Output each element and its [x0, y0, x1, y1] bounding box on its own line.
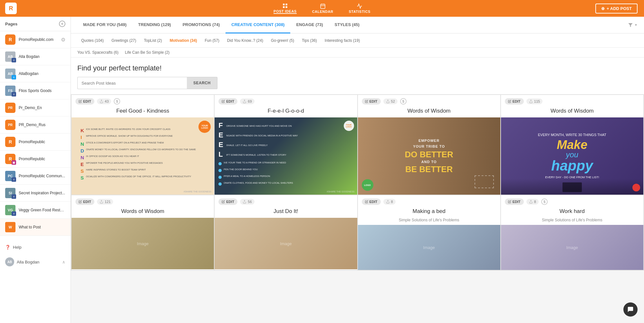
sidebar-item-promorepublic-promo[interactable]: R PromoRepublic	[0, 134, 71, 151]
tab-did-you-know[interactable]: Did You Know..? (24)	[223, 33, 267, 48]
sidebar: Pages + R PromoRepublic.com ⚙ AB f Alla …	[0, 17, 71, 323]
share-count: 8	[383, 199, 396, 205]
card-image[interactable]: EVERY MONTH, WRITE 30 THINGS THAT Make y…	[501, 117, 643, 195]
card-header: EDIT 56	[215, 195, 357, 207]
tab-trending[interactable]: TRENDING (129)	[132, 17, 177, 33]
tab-tips[interactable]: Tips (36)	[298, 33, 321, 48]
card-title: Making a bed	[358, 207, 500, 218]
filter-button[interactable]: ▼	[628, 23, 638, 28]
twitter-badge: t	[12, 75, 16, 79]
sidebar-item-name: PromoRepublic	[19, 157, 65, 161]
card-just-do-it: EDIT 56 Just Do It! Image	[215, 195, 357, 270]
nav-calendar[interactable]: CALENDAR	[312, 3, 333, 14]
tab-promotions[interactable]: PROMOTIONS (74)	[177, 17, 226, 33]
tab-fun[interactable]: Fun (57)	[201, 33, 223, 48]
card-words-wisdom-2: EDIT 115 Words of Wisdom EVERY MONTH, WR…	[501, 95, 643, 195]
edit-button[interactable]: EDIT	[505, 98, 524, 105]
settings-icon[interactable]: ⚙	[61, 37, 65, 43]
card-feel-good: EDIT 69 F-e-e-l G-o-o-d YOUR LOGO F ORGI…	[215, 95, 357, 195]
sidebar-item-name: Flios Sports Goods	[19, 88, 65, 93]
app-logo[interactable]: R	[5, 3, 17, 14]
card-image[interactable]: Image	[501, 225, 643, 270]
card-image[interactable]: Image	[215, 218, 357, 269]
sub-filter-vs-spacecrafts[interactable]: You VS. Spacecrafts (6)	[77, 50, 119, 55]
nav-statistics[interactable]: STATISTICS	[349, 3, 370, 14]
card-making-a-bed: EDIT 8 Making a bed Simple Solutions of …	[358, 195, 500, 270]
edit-button[interactable]: EDIT	[362, 98, 381, 105]
card-feel-good-kindness: EDIT 43 $ Feel Good - Kindness YOUR LOGO…	[72, 95, 214, 195]
sidebar-item-what-to-post[interactable]: W What to Post	[0, 219, 71, 236]
search-button[interactable]: SEARCH	[187, 77, 217, 89]
edit-button[interactable]: EDIT	[75, 198, 94, 205]
tab-styles[interactable]: STYLES (45)	[329, 17, 365, 33]
svg-rect-3	[285, 6, 287, 8]
tab-engage[interactable]: ENGAGE (73)	[290, 17, 329, 33]
edit-button[interactable]: EDIT	[362, 198, 381, 205]
sidebar-item-promorepublic-com[interactable]: R PromoRepublic.com ⚙	[0, 31, 71, 48]
tab-toplist[interactable]: TopList (2)	[140, 33, 166, 48]
card-header: EDIT 8 $	[501, 195, 643, 207]
help-item[interactable]: ❓ Help	[0, 241, 71, 254]
find-template-heading: Find your perfect template!	[77, 64, 638, 72]
sub-filters: You VS. Spacecrafts (6) Life Can Be So S…	[71, 48, 644, 58]
tab-motivation[interactable]: Motivation (34)	[166, 33, 201, 48]
card-image[interactable]: YOUR LOGO K ICK SOME BUTT. INVITE CO-WOR…	[72, 117, 214, 195]
user-item[interactable]: AB Alla Bogdan ∧	[0, 254, 71, 270]
card-header: EDIT 52 $	[358, 95, 500, 106]
tab-greetings[interactable]: Greetings (27)	[108, 33, 140, 48]
placeholder-box	[475, 175, 494, 188]
sidebar-item-name: Veggy Green Food Resta...	[19, 208, 65, 212]
card-image[interactable]: Image	[358, 225, 500, 270]
purple-top-text: EVERY MONTH, WRITE 30 THINGS THAT	[538, 133, 606, 137]
tab-go-green[interactable]: Go-green! (5)	[267, 33, 298, 48]
sidebar-item-allabogdan-tw[interactable]: AB t AllaBogdan	[0, 65, 71, 82]
card-work-hard: EDIT 8 $ Work hard Simple Solutions of L…	[501, 195, 643, 270]
sidebar-item-name: PR_Demo_Rus	[19, 123, 65, 127]
sidebar-item-pr-demo-rus[interactable]: PR PR_Demo_Rus	[0, 116, 71, 134]
facebook-badge: f	[12, 194, 16, 199]
sidebar-item-promorepublic-ig[interactable]: R ▣ PromoRepublic	[0, 151, 71, 168]
edit-button[interactable]: EDIT	[218, 198, 237, 205]
tab-made-for-you[interactable]: MADE FOR YOU (549)	[77, 17, 132, 33]
sidebar-item-promorepublic-commun[interactable]: PC f PromoRepublic Commun...	[0, 168, 71, 185]
share-count: 43	[97, 98, 111, 104]
pages-label: Pages	[5, 22, 17, 26]
sidebar-item-name: PromoRepublic.com	[19, 37, 58, 42]
edit-button[interactable]: EDIT	[218, 98, 237, 105]
avatar: R	[5, 34, 15, 45]
help-label: Help	[13, 245, 22, 250]
sidebar-item-alla-bogdan-fb[interactable]: AB f Alla Bogdan	[0, 48, 71, 65]
share-count: 8	[526, 199, 539, 205]
card-image[interactable]: EMPOWER YOUR TRIBE TO DO BETTER AND TO B…	[358, 117, 500, 195]
add-post-button[interactable]: ⊕ + ADD POST	[595, 4, 638, 14]
sidebar-item-name: What to Post	[19, 225, 65, 229]
card-image[interactable]: YOUR LOGO F ORGIVE SOMEONE WHO HAS HURT …	[215, 117, 357, 195]
edit-button[interactable]: EDIT	[75, 98, 94, 105]
sidebar-item-veggy-green[interactable]: VG f Veggy Green Food Resta...	[0, 202, 71, 219]
card-title: Words of Wisdom	[501, 106, 643, 117]
user-label: Alla Bogdan	[17, 260, 39, 264]
sub-filter-life-simple[interactable]: Life Can Be So Simple (2)	[125, 50, 170, 55]
tab-creative-content[interactable]: CREATIVE CONTENT (308)	[226, 17, 290, 33]
sidebar-item-name: PromoRepublic	[19, 140, 65, 144]
sidebar-item-flios[interactable]: FS f Flios Sports Goods	[0, 82, 71, 99]
chat-bubble-button[interactable]	[623, 302, 638, 317]
sidebar-item-secret-inspiration[interactable]: SI f Secret Inspiration Project...	[0, 185, 71, 202]
sidebar-header: Pages +	[0, 17, 71, 31]
sidebar-item-pr-demo-en[interactable]: PR Pr_Demo_En	[0, 99, 71, 116]
search-input[interactable]	[77, 77, 187, 89]
nav-items: POST IDEAS CALENDAR STATISTICS	[274, 3, 370, 14]
card-header: EDIT 115	[501, 95, 643, 106]
tab-quotes[interactable]: Quotes (104)	[77, 33, 108, 48]
help-icon: ❓	[5, 245, 10, 250]
nav-post-ideas[interactable]: POST IDEAS	[274, 3, 297, 14]
card-image[interactable]: Image	[72, 218, 214, 269]
purple-happy-text: happy	[551, 159, 593, 173]
instagram-badge: ▣	[12, 160, 16, 165]
secondary-tabs: Quotes (104) Greetings (27) TopList (2) …	[71, 33, 644, 48]
add-page-button[interactable]: +	[59, 21, 65, 27]
image-placeholder-text: Image	[566, 245, 578, 250]
tab-interesting-facts[interactable]: Interesting facts (19)	[321, 33, 364, 48]
svg-rect-0	[283, 4, 284, 5]
edit-button[interactable]: EDIT	[505, 198, 524, 205]
